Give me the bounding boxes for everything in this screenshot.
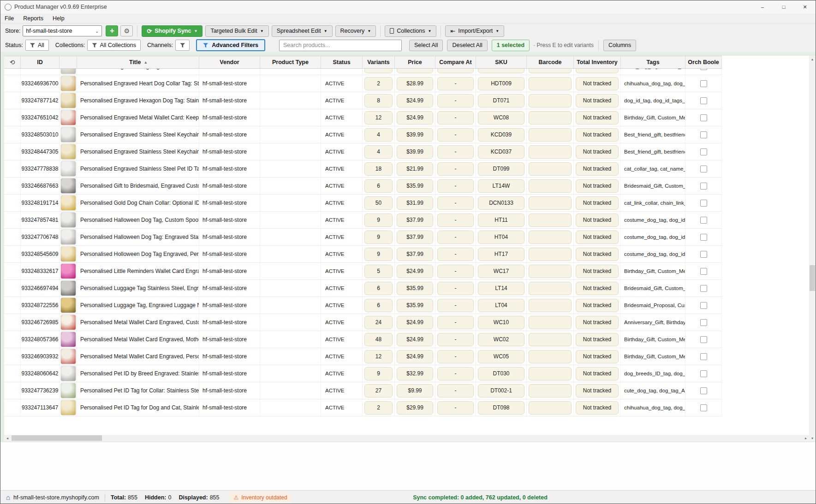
editable-cell-sku[interactable]: DT099	[478, 162, 524, 176]
editable-cell-price[interactable]: $21.99	[397, 162, 433, 176]
editable-cell-variants[interactable]: 6	[364, 282, 393, 295]
orch-checkbox[interactable]	[700, 80, 707, 87]
product-thumbnail[interactable]	[60, 76, 76, 91]
product-row[interactable]: 933247706748Personalised Halloween Dog T…	[4, 229, 722, 246]
collections-button[interactable]: Collections ▼	[385, 25, 436, 37]
editable-cell-total_inventory[interactable]: Not tracked	[576, 384, 619, 397]
horizontal-scrollbar-thumb[interactable]	[12, 435, 102, 441]
minimize-icon[interactable]: –	[752, 0, 773, 13]
product-row[interactable]: 933247113647Personalised Pet ID Tag for …	[4, 399, 722, 416]
editable-cell-barcode[interactable]	[529, 145, 572, 159]
editable-cell-price[interactable]: $24.99	[397, 350, 433, 363]
editable-cell-price[interactable]: $35.99	[397, 299, 433, 312]
editable-cell-price[interactable]: $28.99	[397, 77, 433, 90]
editable-cell-compare_at[interactable]: -	[437, 316, 474, 329]
editable-cell-sku[interactable]: HT11	[478, 213, 524, 227]
editable-cell-total_inventory[interactable]: Not tracked	[576, 350, 619, 363]
orch-checkbox[interactable]	[700, 148, 707, 155]
editable-cell-price[interactable]: $24.99	[397, 111, 433, 125]
editable-cell-compare_at[interactable]: -	[437, 333, 474, 346]
editable-cell-sku[interactable]: LT14W	[478, 179, 524, 193]
editable-cell-compare_at[interactable]: -	[437, 128, 474, 142]
editable-cell-variants[interactable]: 6	[364, 179, 393, 193]
product-thumbnail[interactable]	[60, 246, 76, 262]
product-row[interactable]: 933248545609Personalised Holloween Dog T…	[4, 246, 722, 263]
product-row[interactable]: 933246697494Personalised Luggage Tag Sta…	[4, 280, 722, 297]
select-all-button[interactable]: Select All	[409, 40, 443, 51]
editable-cell-price[interactable]: $35.99	[397, 282, 433, 295]
editable-cell-price[interactable]: $37.99	[397, 248, 433, 261]
deselect-all-button[interactable]: Deselect All	[447, 40, 487, 51]
editable-cell-compare_at[interactable]: -	[437, 77, 474, 90]
column-header-barcode[interactable]: Barcode	[527, 56, 574, 68]
editable-cell-price[interactable]: $39.99	[397, 128, 433, 142]
editable-cell-variants[interactable]: 27	[364, 384, 393, 397]
scroll-left-icon[interactable]: ◂	[4, 436, 11, 440]
column-header-thumb[interactable]	[60, 56, 77, 68]
editable-cell-barcode[interactable]	[529, 248, 572, 261]
editable-cell-total_inventory[interactable]: Not tracked	[576, 77, 619, 90]
editable-cell-compare_at[interactable]: -	[437, 69, 474, 73]
product-row[interactable]: 933248191714Personalised Gold Dog Chain …	[4, 195, 722, 212]
editable-cell-total_inventory[interactable]: Not tracked	[576, 111, 619, 125]
editable-cell-sku[interactable]: DCN0133	[478, 196, 524, 210]
shopify-sync-button[interactable]: ⟳ Shopify Sync ▼	[142, 25, 203, 37]
orch-checkbox[interactable]	[700, 217, 707, 224]
scroll-up-icon[interactable]: ▴	[809, 56, 816, 62]
product-row[interactable]: 933247651042Personalised Engraved Metal …	[4, 109, 722, 126]
column-header-tags[interactable]: Tags	[621, 56, 685, 68]
column-header-vendor[interactable]: Vendor	[199, 56, 260, 68]
editable-cell-variants[interactable]: 50	[364, 196, 393, 210]
editable-cell-barcode[interactable]	[529, 196, 572, 210]
editable-cell-compare_at[interactable]: -	[437, 179, 474, 193]
editable-cell-total_inventory[interactable]: Not tracked	[576, 333, 619, 346]
product-row[interactable]: 933247877142Personalised Engraved Hexago…	[4, 92, 722, 109]
editable-cell-sku[interactable]: HT04	[478, 231, 524, 244]
editable-cell-barcode[interactable]	[529, 128, 572, 142]
editable-cell-compare_at[interactable]: -	[437, 145, 474, 159]
editable-cell-barcode[interactable]	[529, 333, 572, 346]
columns-button[interactable]: Columns	[603, 40, 636, 51]
editable-cell-compare_at[interactable]: -	[437, 94, 474, 107]
add-store-button[interactable]: +	[106, 25, 118, 36]
column-header-id[interactable]: ID	[21, 56, 60, 68]
column-header-price[interactable]: Price	[395, 56, 435, 68]
editable-cell-compare_at[interactable]: -	[437, 196, 474, 210]
column-header-total_inventory[interactable]: Total Inventory	[574, 56, 621, 68]
editable-cell-variants[interactable]: 12	[364, 350, 393, 363]
editable-cell-variants[interactable]: 18	[364, 162, 393, 176]
editable-cell-price[interactable]: $37.99	[397, 231, 433, 244]
search-input[interactable]	[279, 40, 402, 51]
editable-cell-sku[interactable]: DT098	[478, 401, 524, 415]
editable-cell-compare_at[interactable]: -	[437, 384, 474, 397]
orch-checkbox[interactable]	[700, 114, 707, 121]
menu-file[interactable]: File	[0, 15, 18, 22]
editable-cell-sku[interactable]: LT04	[478, 299, 524, 312]
orch-checkbox[interactable]	[700, 353, 707, 360]
editable-cell-sku[interactable]: WC10	[478, 316, 524, 329]
editable-cell-barcode[interactable]	[529, 231, 572, 244]
orch-checkbox[interactable]	[700, 69, 707, 70]
editable-cell-total_inventory[interactable]: Not tracked	[576, 94, 619, 107]
editable-cell-barcode[interactable]	[529, 350, 572, 363]
editable-cell-variants[interactable]: 9	[364, 231, 393, 244]
editable-cell-price[interactable]: $9.99	[397, 384, 433, 397]
editable-cell-sku[interactable]: KCD037	[478, 145, 524, 159]
store-select[interactable]: hf-small-test-store ⌄	[23, 25, 102, 36]
editable-cell-price[interactable]: $24.99	[397, 69, 433, 73]
product-row[interactable]: 933247857481Personalised Halloween Dog T…	[4, 212, 722, 229]
editable-cell-barcode[interactable]	[529, 179, 572, 193]
editable-cell-barcode[interactable]	[529, 282, 572, 295]
editable-cell-total_inventory[interactable]: Not tracked	[576, 316, 619, 329]
editable-cell-variants[interactable]: 9	[364, 248, 393, 261]
editable-cell-compare_at[interactable]: -	[437, 265, 474, 278]
editable-cell-barcode[interactable]	[529, 111, 572, 125]
editable-cell-compare_at[interactable]: -	[437, 162, 474, 176]
editable-cell-total_inventory[interactable]: Not tracked	[576, 265, 619, 278]
product-thumbnail[interactable]	[60, 161, 76, 177]
editable-cell-price[interactable]: $24.99	[397, 94, 433, 107]
editable-cell-total_inventory[interactable]: Not tracked	[576, 162, 619, 176]
orch-checkbox[interactable]	[700, 166, 707, 172]
product-row[interactable]: 933246726985Personalised Metal Wallet Ca…	[4, 314, 722, 331]
editable-cell-sku[interactable]: HT17	[478, 248, 524, 261]
